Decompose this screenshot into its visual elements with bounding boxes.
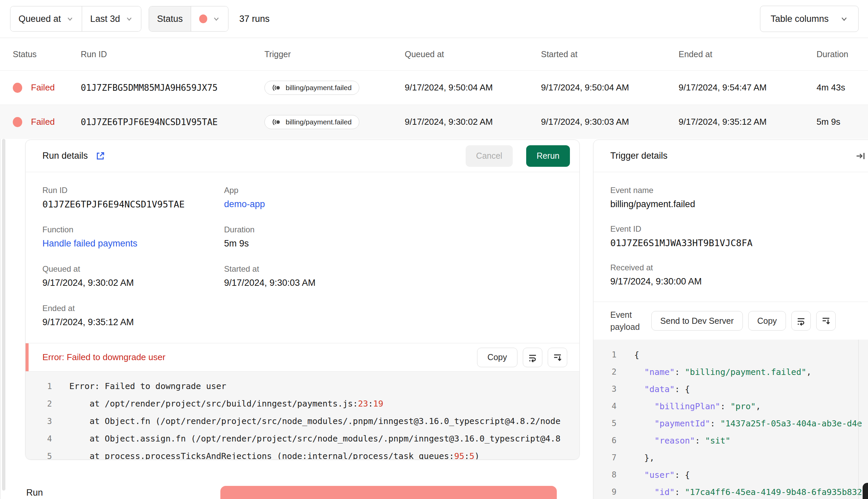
error-banner: Error: Failed to downgrade user Copy	[26, 343, 579, 372]
status-cell: Failed	[13, 117, 81, 127]
table-columns-button[interactable]: Table columns	[760, 6, 859, 32]
chevron-down-icon	[66, 15, 74, 23]
chevron-down-icon	[125, 15, 133, 23]
col-header-duration[interactable]: Duration	[817, 49, 868, 59]
table-row[interactable]: Failed 01J7ZFBG5DMM85MJA9H659JX75 billin…	[0, 71, 868, 105]
trigger-cell: billing/payment.failed	[264, 115, 405, 129]
word-wrap-icon	[796, 316, 806, 326]
trigger-details-panel: Trigger details Event name billing/payme…	[593, 139, 868, 499]
chevron-down-icon	[213, 15, 220, 23]
event-payload-label: Event payload	[610, 309, 640, 333]
status-cell: Failed	[13, 82, 81, 93]
duration-cell: 4m 43s	[817, 82, 868, 93]
timeline-run-bar[interactable]	[220, 486, 557, 499]
event-id-field: Event ID 01J7ZE6S1MJWA33HT9B1VJC8FA	[610, 224, 859, 248]
stack-trace-code-block[interactable]: 1Error: Failed to downgrade user 2 at /o…	[26, 372, 579, 459]
event-name-field: Event name billing/payment.failed	[610, 186, 859, 209]
runs-table: Status Run ID Trigger Queued at Started …	[0, 38, 868, 139]
event-id-label: Event ID	[610, 224, 859, 234]
trigger-details-body: Event name billing/payment.failed Event …	[593, 172, 868, 302]
run-id-cell: 01J7ZFBG5DMM85MJA9H659JX75	[81, 83, 264, 93]
failed-status-dot-icon	[199, 14, 207, 23]
status-filter-label-segment: Status	[149, 7, 191, 31]
code-line: 3 at Object.fn (/opt/render/project/src/…	[26, 413, 579, 430]
send-to-dev-server-button[interactable]: Send to Dev Server	[651, 311, 743, 330]
trigger-details-title: Trigger details	[610, 151, 667, 161]
scroll-to-bottom-icon	[552, 352, 563, 363]
copy-error-button[interactable]: Copy	[477, 348, 517, 367]
col-header-ended-at[interactable]: Ended at	[678, 49, 817, 59]
timeline-run-label: Run	[26, 488, 43, 498]
word-wrap-button[interactable]	[523, 348, 542, 367]
code-line: 2 "name": "billing/payment.failed",	[593, 364, 868, 381]
received-at-field: Received at 9/17/2024, 9:30:00 AM	[610, 263, 859, 287]
run-id-field: Run ID 01J7ZE6TPJF6E94NCSD1V95TAE	[43, 186, 224, 209]
function-link[interactable]: Handle failed payments	[43, 239, 224, 249]
event-payload-code-block[interactable]: 1{ 2 "name": "billing/payment.failed", 3…	[593, 340, 868, 499]
queued-at-field: Queued at 9/17/2024, 9:30:02 AM	[43, 264, 224, 288]
code-line: 5 at process.processTicksAndRejections (…	[26, 448, 579, 459]
queued-at-cell: 9/17/2024, 9:30:02 AM	[405, 117, 541, 127]
table-columns-label: Table columns	[770, 14, 829, 24]
floating-scroll-button[interactable]	[863, 483, 868, 499]
run-details-header: Run details Cancel Rerun	[26, 140, 579, 172]
trigger-event-pill[interactable]: billing/payment.failed	[264, 115, 359, 129]
status-filter-value[interactable]	[191, 7, 228, 31]
time-range-filter-label: Last 3d	[90, 14, 120, 24]
code-line: 1Error: Failed to downgrade user	[26, 378, 579, 395]
external-link-icon[interactable]	[95, 151, 105, 161]
queued-at-filter[interactable]: Queued at	[10, 7, 82, 31]
code-line: 4 at Object.assign.fn (/opt/render/proje…	[26, 430, 579, 448]
scroll-to-bottom-button[interactable]	[816, 311, 836, 330]
run-id-value: 01J7ZE6TPJF6E94NCSD1V95TAE	[43, 199, 224, 209]
ended-at-field: Ended at 9/17/2024, 9:35:12 AM	[43, 304, 224, 328]
function-field: Function Handle failed payments	[43, 225, 224, 249]
collapse-panel-icon[interactable]	[855, 151, 866, 161]
duration-label: Duration	[224, 225, 563, 234]
col-header-run-id[interactable]: Run ID	[81, 49, 264, 59]
cancel-button[interactable]: Cancel	[466, 145, 513, 167]
code-line: 4 "billingPlan": "pro",	[593, 398, 868, 415]
event-waves-icon	[272, 83, 281, 92]
code-line: 3 "data": {	[593, 381, 868, 398]
chevron-down-icon	[840, 15, 848, 23]
app-link[interactable]: demo-app	[224, 199, 563, 209]
run-details-body: Run ID 01J7ZE6TPJF6E94NCSD1V95TAE App de…	[26, 172, 579, 343]
queued-at-filter-label: Queued at	[19, 14, 61, 24]
col-header-trigger[interactable]: Trigger	[264, 49, 405, 59]
scroll-to-bottom-button[interactable]	[548, 348, 567, 367]
started-at-label: Started at	[224, 264, 563, 274]
code-line: 7 },	[593, 449, 868, 466]
runs-count: 37 runs	[239, 14, 269, 24]
queued-at-filter-group: Queued at Last 3d	[10, 6, 141, 32]
time-range-filter[interactable]: Last 3d	[82, 7, 141, 31]
function-label: Function	[43, 225, 224, 234]
code-line: 9 "id": "17ca4ff6-45ea-4149-9b48-6fa935b…	[593, 484, 868, 499]
queued-at-value: 9/17/2024, 9:30:02 AM	[43, 278, 224, 288]
duration-field: Duration 5m 9s	[224, 225, 563, 249]
rerun-button[interactable]: Rerun	[526, 145, 570, 167]
code-line: 5 "paymentId": "1437a25f-05a3-404a-ab3e-…	[593, 415, 868, 432]
scroll-to-bottom-icon	[821, 316, 831, 326]
code-scrollbar-track[interactable]	[858, 340, 859, 499]
app-window: Queued at Last 3d Status	[0, 0, 868, 499]
col-header-started-at[interactable]: Started at	[541, 49, 678, 59]
copy-payload-button[interactable]: Copy	[748, 311, 786, 330]
event-payload-section: Event payload Send to Dev Server Copy 1{	[593, 302, 868, 499]
word-wrap-button[interactable]	[791, 311, 811, 330]
event-payload-toolbar: Event payload Send to Dev Server Copy	[593, 302, 868, 340]
col-header-queued-at[interactable]: Queued at	[405, 49, 541, 59]
ended-at-cell: 9/17/2024, 9:35:12 AM	[678, 117, 817, 127]
started-at-cell: 9/17/2024, 9:50:04 AM	[541, 82, 678, 93]
trigger-event-pill[interactable]: billing/payment.failed	[264, 81, 359, 95]
ended-at-value: 9/17/2024, 9:35:12 AM	[43, 317, 224, 328]
app-label: App	[224, 186, 563, 195]
event-name-value: billing/payment.failed	[610, 199, 859, 209]
table-row[interactable]: Failed 01J7ZE6TPJF6E94NCSD1V95TAE billin…	[0, 105, 868, 139]
trigger-details-header: Trigger details	[593, 140, 868, 172]
event-id-value: 01J7ZE6S1MJWA33HT9B1VJC8FA	[610, 238, 859, 248]
vertical-scrollbar[interactable]	[2, 139, 5, 490]
col-header-status[interactable]: Status	[13, 49, 81, 59]
run-id-label: Run ID	[43, 186, 224, 195]
received-at-value: 9/17/2024, 9:30:00 AM	[610, 276, 859, 287]
